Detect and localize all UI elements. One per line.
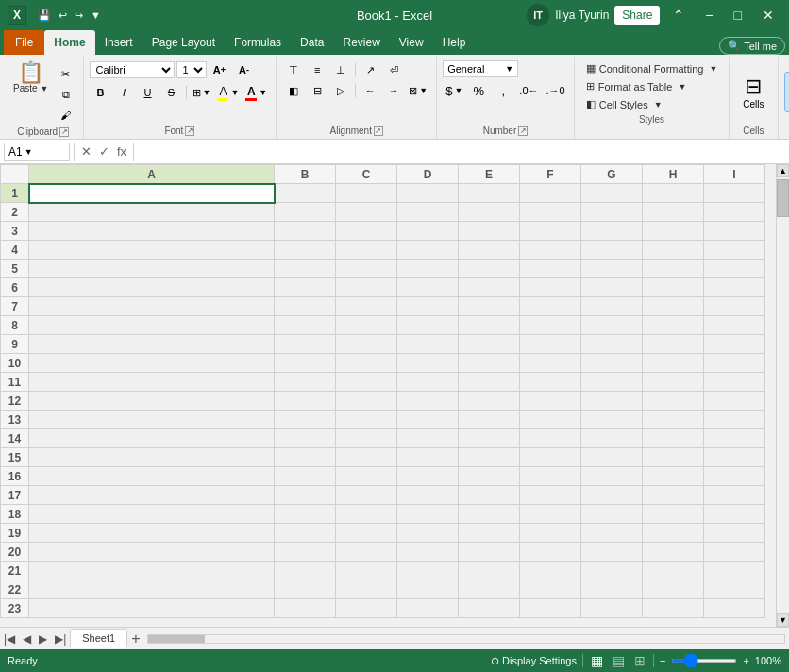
- cell-E8[interactable]: [459, 316, 520, 335]
- cell-I3[interactable]: [704, 222, 765, 241]
- display-settings-label[interactable]: ⊙ Display Settings: [491, 655, 577, 667]
- cell-A18[interactable]: [29, 505, 275, 524]
- cell-I10[interactable]: [704, 354, 765, 373]
- tab-view[interactable]: View: [390, 30, 433, 55]
- cell-C6[interactable]: [336, 278, 397, 297]
- cell-B15[interactable]: [275, 448, 336, 467]
- cell-A8[interactable]: [29, 316, 275, 335]
- cell-C14[interactable]: [336, 429, 397, 448]
- tab-file[interactable]: File: [4, 30, 44, 55]
- cell-H17[interactable]: [643, 486, 704, 505]
- cell-I2[interactable]: [704, 203, 765, 222]
- cell-H7[interactable]: [643, 297, 704, 316]
- cell-B1[interactable]: [275, 184, 336, 203]
- font-name-select[interactable]: Calibri: [90, 61, 175, 78]
- tab-help[interactable]: Help: [433, 30, 476, 55]
- cell-G3[interactable]: [581, 222, 643, 241]
- cell-F16[interactable]: [520, 467, 581, 486]
- cell-D16[interactable]: [397, 467, 459, 486]
- cell-G9[interactable]: [581, 335, 643, 354]
- cell-B3[interactable]: [275, 222, 336, 241]
- cell-E10[interactable]: [459, 354, 520, 373]
- cell-F13[interactable]: [520, 411, 581, 429]
- cell-C5[interactable]: [336, 260, 397, 278]
- percent-button[interactable]: %: [467, 81, 490, 100]
- row-header-3[interactable]: 3: [1, 222, 29, 241]
- row-header-20[interactable]: 20: [1, 543, 29, 562]
- cell-E21[interactable]: [459, 562, 520, 580]
- cell-G22[interactable]: [581, 580, 643, 599]
- col-header-G[interactable]: G: [581, 165, 643, 184]
- cell-B2[interactable]: [275, 203, 336, 222]
- cell-F19[interactable]: [520, 524, 581, 543]
- cell-D20[interactable]: [397, 543, 459, 562]
- cell-C21[interactable]: [336, 562, 397, 580]
- cell-E3[interactable]: [459, 222, 520, 241]
- align-middle-button[interactable]: ≡: [306, 60, 328, 79]
- ribbon-toggle-button[interactable]: ⌃: [665, 6, 692, 25]
- cell-D12[interactable]: [397, 392, 459, 411]
- cell-I6[interactable]: [704, 278, 765, 297]
- cell-I23[interactable]: [704, 599, 765, 618]
- editing-button[interactable]: 🔍 Editing: [784, 72, 789, 112]
- cell-B13[interactable]: [275, 411, 336, 429]
- cell-G20[interactable]: [581, 543, 643, 562]
- cell-D18[interactable]: [397, 505, 459, 524]
- cell-C16[interactable]: [336, 467, 397, 486]
- cell-I1[interactable]: [704, 184, 765, 203]
- cell-B10[interactable]: [275, 354, 336, 373]
- cell-I5[interactable]: [704, 260, 765, 278]
- minimize-button[interactable]: −: [697, 6, 720, 25]
- cell-A7[interactable]: [29, 297, 275, 316]
- col-header-F[interactable]: F: [520, 165, 581, 184]
- cell-B6[interactable]: [275, 278, 336, 297]
- scrollbar-thumb[interactable]: [777, 179, 789, 217]
- sheet-nav-first[interactable]: |◀: [0, 632, 19, 646]
- cell-E14[interactable]: [459, 429, 520, 448]
- cell-B23[interactable]: [275, 599, 336, 618]
- cell-G2[interactable]: [581, 203, 643, 222]
- cell-H11[interactable]: [643, 373, 704, 392]
- cell-G10[interactable]: [581, 354, 643, 373]
- cell-C3[interactable]: [336, 222, 397, 241]
- cell-H9[interactable]: [643, 335, 704, 354]
- tab-page-layout[interactable]: Page Layout: [143, 30, 225, 55]
- cell-G15[interactable]: [581, 448, 643, 467]
- cell-B20[interactable]: [275, 543, 336, 562]
- cell-D17[interactable]: [397, 486, 459, 505]
- cell-styles-button[interactable]: ◧ Cell Styles ▼: [580, 96, 724, 112]
- cell-D1[interactable]: [397, 184, 459, 203]
- cell-C7[interactable]: [336, 297, 397, 316]
- cells-button[interactable]: ⊟ Cells: [735, 71, 771, 113]
- align-left-button[interactable]: ◧: [282, 81, 305, 100]
- tab-review[interactable]: Review: [333, 30, 389, 55]
- cell-F17[interactable]: [520, 486, 581, 505]
- cut-button[interactable]: ✂: [55, 64, 77, 83]
- normal-view-button[interactable]: ▦: [589, 653, 605, 668]
- format-as-table-button[interactable]: ⊞ Format as Table ▼: [580, 78, 724, 94]
- cell-A15[interactable]: [29, 448, 275, 467]
- cell-C10[interactable]: [336, 354, 397, 373]
- cell-D11[interactable]: [397, 373, 459, 392]
- cell-A19[interactable]: [29, 524, 275, 543]
- cell-H3[interactable]: [643, 222, 704, 241]
- cell-H12[interactable]: [643, 392, 704, 411]
- cell-E5[interactable]: [459, 260, 520, 278]
- cell-D21[interactable]: [397, 562, 459, 580]
- row-header-15[interactable]: 15: [1, 448, 29, 467]
- cell-E9[interactable]: [459, 335, 520, 354]
- cell-A3[interactable]: [29, 222, 275, 241]
- cell-G23[interactable]: [581, 599, 643, 618]
- cell-B11[interactable]: [275, 373, 336, 392]
- currency-button[interactable]: $▼: [443, 81, 465, 100]
- account-button[interactable]: IT: [527, 4, 549, 26]
- cell-B22[interactable]: [275, 580, 336, 599]
- cell-E7[interactable]: [459, 297, 520, 316]
- cell-A11[interactable]: [29, 373, 275, 392]
- cell-D13[interactable]: [397, 411, 459, 429]
- cell-I4[interactable]: [704, 241, 765, 260]
- col-header-D[interactable]: D: [397, 165, 459, 184]
- close-button[interactable]: ✕: [755, 6, 781, 25]
- cell-B21[interactable]: [275, 562, 336, 580]
- cell-D7[interactable]: [397, 297, 459, 316]
